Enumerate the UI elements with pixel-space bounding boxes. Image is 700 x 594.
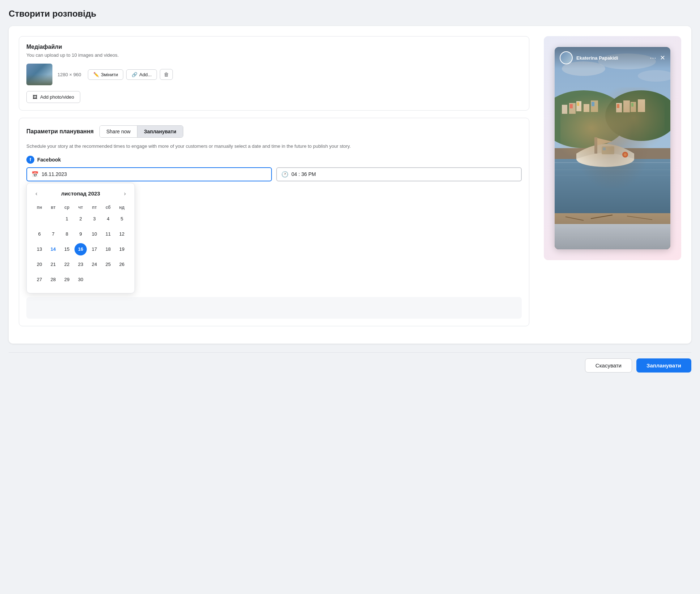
delete-media-button[interactable]: 🗑	[160, 69, 173, 80]
platform-label: f Facebook	[26, 156, 522, 164]
calendar-day[interactable]: 15	[61, 243, 73, 255]
svg-rect-28	[603, 147, 606, 150]
svg-rect-12	[623, 100, 630, 112]
schedule-section: Параметри планування Share now Запланува…	[19, 118, 529, 326]
calendar-day[interactable]: 7	[47, 228, 59, 240]
page-title: Створити розповідь	[9, 9, 691, 19]
calendar-day[interactable]: 12	[116, 228, 128, 240]
time-input-wrap[interactable]: 🕐	[276, 167, 522, 181]
calendar-day[interactable]: 13	[33, 243, 46, 255]
calendar-day[interactable]: 28	[47, 274, 59, 286]
media-thumbnail	[26, 64, 52, 85]
calendar-day[interactable]: 8	[61, 228, 73, 240]
svg-rect-26	[594, 137, 597, 154]
share-now-tab[interactable]: Share now	[100, 126, 137, 137]
media-size: 1280 × 960	[57, 72, 83, 77]
calendar-day[interactable]: 27	[33, 274, 46, 286]
calendar-day[interactable]: 14	[47, 243, 59, 255]
svg-rect-27	[602, 146, 614, 154]
schedule-header: Параметри планування Share now Запланува…	[26, 125, 522, 138]
story-card: Ekaterina Papakidi ⋯ ✕	[555, 47, 670, 249]
svg-rect-20	[555, 155, 670, 220]
calendar-prev-button[interactable]: ‹	[33, 189, 40, 198]
svg-point-25	[576, 151, 634, 167]
svg-rect-6	[562, 105, 567, 114]
media-section: Медіафайли You can upload up to 10 image…	[19, 36, 529, 111]
calendar-day[interactable]: 24	[88, 258, 101, 271]
footer-actions: Скасувати Запланувати	[9, 352, 691, 373]
calendar-day[interactable]: 20	[33, 258, 46, 271]
calendar-day[interactable]: 17	[88, 243, 101, 255]
cancel-button[interactable]: Скасувати	[585, 358, 632, 373]
link-icon: 🔗	[132, 72, 137, 77]
svg-rect-18	[617, 104, 619, 108]
facebook-icon: f	[26, 156, 34, 164]
trash-icon: 🗑	[164, 72, 169, 77]
calendar-day[interactable]: 29	[61, 274, 73, 286]
svg-point-5	[605, 90, 670, 141]
calendar-day[interactable]: 26	[116, 258, 128, 271]
calendar-day[interactable]: 6	[33, 228, 46, 240]
svg-rect-8	[576, 101, 581, 111]
calendar-day[interactable]: 1	[61, 213, 73, 225]
calendar-popup: ‹ листопад 2023 › пнвтсрчтптсбнд 1234567…	[26, 183, 135, 293]
media-section-subtitle: You can upload up to 10 images and video…	[26, 52, 522, 58]
svg-rect-17	[592, 102, 594, 106]
story-preview: Ekaterina Papakidi ⋯ ✕	[544, 36, 681, 260]
calendar-day[interactable]: 2	[74, 213, 87, 225]
calendar-day[interactable]: 4	[102, 213, 114, 225]
add-photo-video-button[interactable]: 🖼 Add photo/video	[26, 91, 80, 103]
schedule-button[interactable]: Запланувати	[636, 358, 691, 373]
main-container: Медіафайли You can upload up to 10 image…	[9, 26, 691, 344]
calendar-day[interactable]: 19	[116, 243, 128, 255]
svg-rect-24	[555, 148, 670, 159]
change-media-button[interactable]: ✏️ Змінити	[88, 69, 123, 80]
story-actions: ⋯ ✕	[650, 54, 665, 62]
pencil-icon: ✏️	[93, 72, 99, 77]
date-input[interactable]	[42, 171, 267, 177]
svg-rect-13	[631, 102, 636, 112]
calendar-day[interactable]: 21	[47, 258, 59, 271]
date-input-wrap[interactable]: 📅	[26, 167, 272, 181]
calendar-day[interactable]: 25	[102, 258, 114, 271]
blurred-section	[26, 297, 522, 319]
svg-rect-16	[577, 102, 579, 106]
calendar-day[interactable]: 9	[74, 228, 87, 240]
tab-group: Share now Запланувати	[99, 125, 183, 138]
svg-rect-35	[555, 224, 670, 249]
add-link-button[interactable]: 🔗 Add...	[126, 69, 157, 80]
story-more-button[interactable]: ⋯	[650, 54, 656, 62]
svg-rect-15	[570, 104, 573, 108]
story-username: Ekaterina Papakidi	[576, 55, 650, 61]
calendar-day[interactable]: 5	[116, 213, 128, 225]
calendar-day[interactable]: 11	[102, 228, 114, 240]
svg-rect-9	[584, 104, 589, 112]
left-panel: Медіафайли You can upload up to 10 image…	[19, 36, 529, 333]
svg-point-29	[622, 152, 628, 158]
right-panel: Ekaterina Papakidi ⋯ ✕	[544, 36, 681, 333]
svg-rect-19	[631, 103, 633, 107]
calendar-day[interactable]: 18	[102, 243, 114, 255]
svg-rect-11	[616, 103, 622, 112]
calendar-day[interactable]: 10	[88, 228, 101, 240]
svg-rect-10	[591, 100, 598, 112]
calendar-month-label: листопад 2023	[61, 190, 100, 197]
calendar-day[interactable]: 16	[74, 243, 87, 255]
calendar-icon: 📅	[31, 171, 39, 178]
calendar-day[interactable]: 22	[61, 258, 73, 271]
calendar-day[interactable]: 23	[74, 258, 87, 271]
media-item: 1280 × 960 ✏️ Змінити 🔗 Add... 🗑	[26, 64, 522, 85]
svg-rect-7	[569, 103, 576, 114]
calendar-day[interactable]: 3	[88, 213, 101, 225]
story-header: Ekaterina Papakidi ⋯ ✕	[555, 47, 670, 69]
media-actions: ✏️ Змінити 🔗 Add... 🗑	[88, 69, 173, 80]
calendar-next-button[interactable]: ›	[121, 189, 129, 198]
time-input[interactable]	[291, 171, 517, 177]
calendar-day[interactable]: 30	[74, 274, 87, 286]
story-close-button[interactable]: ✕	[660, 54, 665, 62]
calendar-grid: пнвтсрчтптсбнд 1234567891011121314151617…	[33, 203, 129, 287]
media-section-title: Медіафайли	[26, 44, 522, 50]
schedule-tab[interactable]: Запланувати	[137, 126, 183, 137]
photo-icon: 🖼	[33, 94, 37, 100]
schedule-description: Schedule your story at the recommended t…	[26, 143, 522, 150]
